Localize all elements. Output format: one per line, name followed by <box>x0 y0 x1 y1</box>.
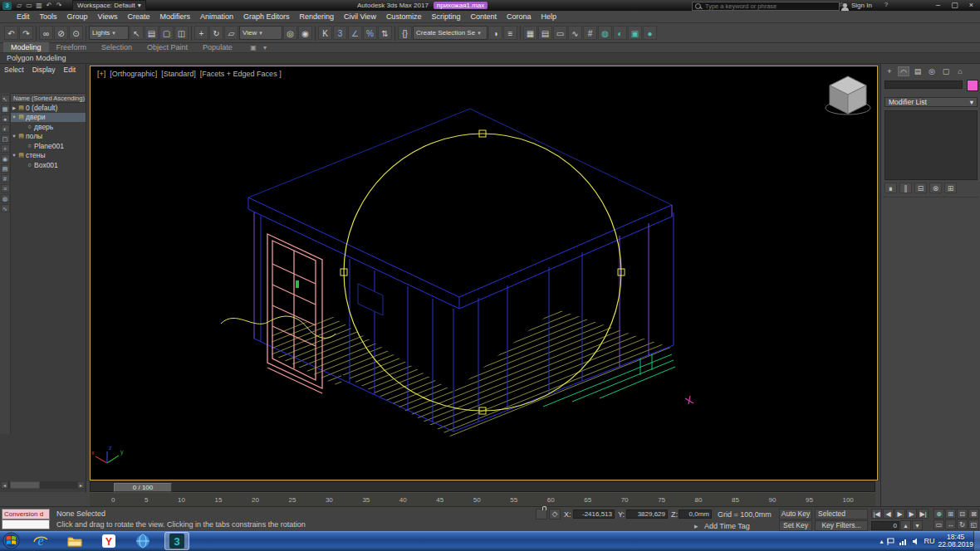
current-frame-field[interactable] <box>871 521 899 530</box>
pan-icon[interactable]: ↔ <box>945 519 956 529</box>
show-end-result-icon[interactable]: ∥ <box>899 183 912 193</box>
ribbon-tab[interactable]: Selection <box>94 42 140 52</box>
menu-item[interactable]: Rendering <box>295 12 340 21</box>
node-label[interactable]: Plane001 <box>33 142 64 150</box>
menu-item[interactable]: Graph Editors <box>238 12 295 21</box>
percent-snap-icon[interactable]: % <box>363 26 377 40</box>
modifier-stack[interactable] <box>884 110 978 180</box>
action-center-icon[interactable] <box>886 537 895 546</box>
align-icon[interactable]: ≡ <box>503 26 517 40</box>
menu-item[interactable]: Customize <box>381 12 427 21</box>
explorer-row[interactable]: ▼ ▤ стены <box>11 151 86 161</box>
sign-in-button[interactable]: Sign In <box>843 2 872 9</box>
menu-item[interactable]: Modifiers <box>154 12 195 21</box>
select-rotate-icon[interactable]: ↻ <box>209 26 223 40</box>
yandex-browser-icon[interactable]: Y <box>96 532 121 550</box>
go-to-end-button[interactable]: ▶| <box>918 509 929 519</box>
node-label[interactable]: Box001 <box>33 161 58 169</box>
ribbon-tab[interactable]: Freeform <box>49 42 95 52</box>
explorer-filter-icon[interactable]: ◍ <box>1 194 10 202</box>
language-indicator[interactable]: RU <box>924 537 934 545</box>
configure-modifier-sets-icon[interactable]: ⊞ <box>944 183 957 193</box>
x-coord-field[interactable] <box>573 510 615 519</box>
toggle-ribbon-icon[interactable]: ▭ <box>553 26 567 40</box>
ribbon-subtab-polygon-modeling[interactable]: Polygon Modeling <box>0 54 73 62</box>
start-button[interactable] <box>2 532 20 549</box>
menu-item[interactable]: Animation <box>195 12 238 21</box>
volume-icon[interactable] <box>911 537 920 546</box>
explorer-filter-icon[interactable]: ↖ <box>1 95 10 103</box>
expand-arrow-icon[interactable]: ▶ <box>11 105 17 110</box>
absolute-offset-toggle[interactable]: ◇ <box>549 509 561 519</box>
explorer-filter-icon[interactable]: ◉ <box>1 154 10 163</box>
bind-spacewarp-icon[interactable]: ⊙ <box>69 26 83 40</box>
explorer-row[interactable]: ○ Box001 <box>11 160 86 170</box>
show-desktop-button[interactable] <box>973 531 980 551</box>
explorer-filter-icon[interactable]: ▦ <box>1 105 10 113</box>
frame-spin-down-icon[interactable]: ▾ <box>912 520 923 530</box>
spinner-snap-icon[interactable]: ⇅ <box>378 26 392 40</box>
new-file-icon[interactable]: ▱ <box>14 2 24 9</box>
menu-item[interactable]: Scripting <box>426 12 465 21</box>
select-object-icon[interactable]: ↖ <box>130 26 144 40</box>
select-by-name-icon[interactable]: ▤ <box>145 26 159 40</box>
close-button[interactable]: × <box>963 0 979 10</box>
redo-icon[interactable]: ↷ <box>19 26 33 40</box>
zoom-region-icon[interactable]: ▭ <box>933 519 944 529</box>
zoom-icon[interactable]: ⊕ <box>933 509 944 519</box>
select-link-icon[interactable]: ∞ <box>39 26 53 40</box>
explorer-menu-item[interactable]: Display <box>28 66 60 74</box>
modifier-list-dropdown[interactable]: Modifier List ▾ <box>884 97 978 107</box>
maximize-button[interactable]: ▢ <box>947 0 963 10</box>
viewport-label-part[interactable]: [Facets + Edged Faces ] <box>200 70 282 78</box>
help-icon[interactable]: ? <box>880 1 892 8</box>
browser-globe-icon[interactable] <box>130 532 155 550</box>
explorer-row[interactable]: ▼ ▤ полы <box>11 132 86 142</box>
menu-item[interactable]: Corona <box>502 12 537 21</box>
go-to-start-button[interactable]: |◀ <box>871 509 882 519</box>
explorer-row[interactable]: ○ Plane001 <box>11 141 86 151</box>
view-cube[interactable] <box>826 76 870 115</box>
3ds-max-taskbar-icon[interactable]: 3 <box>164 532 189 550</box>
ribbon-config-icon[interactable]: ▣ <box>247 44 259 51</box>
scroll-left-icon[interactable]: ◂ <box>1 481 8 489</box>
layer-manager-icon[interactable]: ▤ <box>538 26 552 40</box>
scrollbar-thumb[interactable] <box>10 481 40 489</box>
rendered-frame-window-icon[interactable]: ▣ <box>628 26 642 40</box>
selection-filter-dropdown[interactable]: Lights ▾ <box>89 26 129 40</box>
frame-spin-up-icon[interactable]: ▴ <box>900 520 911 530</box>
viewport-label-part[interactable]: [Standard] <box>161 70 196 78</box>
viewport-label-part[interactable]: [Orthographic] <box>110 70 157 78</box>
menu-item[interactable]: Create <box>122 12 154 21</box>
ribbon-tab[interactable]: Modeling <box>3 42 49 52</box>
redo-icon[interactable]: ↷ <box>54 2 64 9</box>
named-selection-set-dropdown[interactable]: Create Selection Se ▾ <box>413 26 488 40</box>
open-file-icon[interactable]: ▭ <box>24 2 34 9</box>
node-label[interactable]: полы <box>25 132 42 140</box>
explorer-hscrollbar[interactable]: ◂ ▸ <box>1 481 85 489</box>
time-slider-track[interactable]: 0 / 100 <box>90 481 875 492</box>
play-button[interactable]: ▶ <box>894 509 905 519</box>
explorer-filter-icon[interactable]: ≡ <box>1 184 10 193</box>
time-slider-handle[interactable]: 0 / 100 <box>114 483 172 492</box>
render-production-icon[interactable]: ● <box>643 26 657 40</box>
previous-frame-button[interactable]: ◀ <box>883 509 894 519</box>
select-manipulate-icon[interactable]: ◉ <box>298 26 312 40</box>
y-coord-field[interactable] <box>626 510 668 519</box>
expand-arrow-icon[interactable]: ▼ <box>11 134 17 139</box>
menu-item[interactable]: Content <box>465 12 502 21</box>
select-move-icon[interactable]: + <box>194 26 208 40</box>
explorer-row[interactable]: ▶ ▤ 0 (default) <box>11 103 86 113</box>
object-name-field[interactable] <box>884 80 963 89</box>
show-hidden-icons[interactable]: ▴ <box>880 538 883 545</box>
key-filters-button[interactable]: Key Filters... <box>815 520 868 531</box>
explorer-filter-icon[interactable]: + <box>1 144 10 153</box>
save-file-icon[interactable]: ▥ <box>34 2 44 9</box>
expand-arrow-icon[interactable]: ▼ <box>11 153 17 158</box>
internet-explorer-icon[interactable]: e <box>28 532 53 550</box>
object-color-swatch[interactable] <box>967 80 978 91</box>
remove-modifier-icon[interactable]: ⊗ <box>929 183 942 193</box>
menu-item[interactable]: Edit <box>12 12 35 21</box>
schematic-view-icon[interactable]: # <box>583 26 597 40</box>
explorer-filter-icon[interactable]: ◐ <box>1 124 10 133</box>
